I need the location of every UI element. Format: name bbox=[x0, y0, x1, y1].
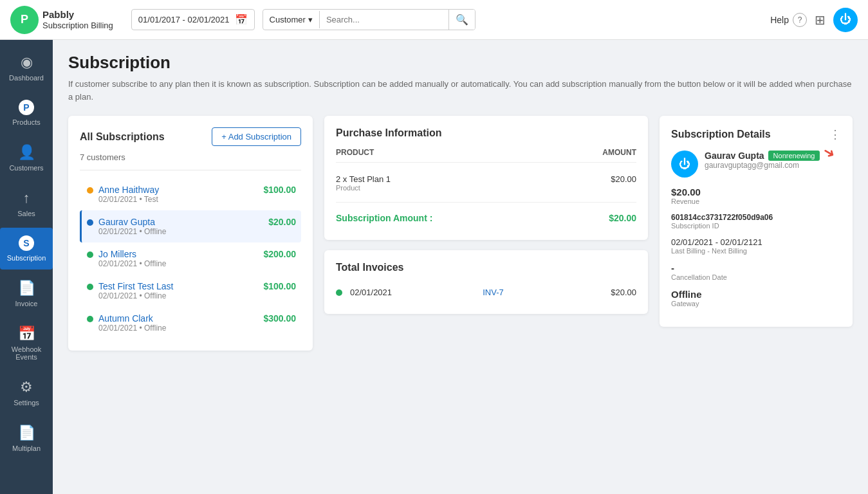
body-wrap: ◉ Dashboard P Products 👤 Customers ↑ Sal… bbox=[0, 40, 868, 494]
sidebar-item-dashboard[interactable]: ◉ Dashboard bbox=[0, 46, 53, 89]
invoice-row: 02/01/2021 INV-7 $20.00 bbox=[336, 282, 636, 302]
sidebar-item-subscription[interactable]: S Subscription bbox=[0, 228, 53, 270]
purchase-row: 2 x Test Plan 1 Product $20.00 bbox=[336, 169, 636, 197]
sidebar-item-products[interactable]: P Products bbox=[0, 92, 53, 134]
purchase-table-header: PRODUCT AMOUNT bbox=[336, 148, 636, 163]
subscription-icon: S bbox=[19, 235, 34, 251]
invoices-title: Total Invoices bbox=[336, 262, 636, 273]
chevron-down-icon: ▾ bbox=[308, 15, 313, 24]
sidebar-item-multiplan[interactable]: 📄 Multiplan bbox=[0, 417, 53, 460]
logo: P Pabbly Subscription Billing bbox=[10, 6, 113, 34]
divider bbox=[336, 202, 636, 203]
details-header: Subscription Details ⋮ bbox=[671, 127, 841, 142]
subscription-id-value: 601814cc3731722f050d9a06 bbox=[671, 213, 841, 222]
invoice-date: 02/01/2021 bbox=[350, 288, 440, 297]
search-button[interactable]: 🔍 bbox=[448, 10, 475, 30]
revenue-value: $20.00 bbox=[671, 187, 841, 197]
sidebar-item-label: Dashboard bbox=[9, 74, 44, 82]
subscriptions-card-header: All Subscriptions + Add Subscription bbox=[80, 127, 301, 146]
sidebar: ◉ Dashboard P Products 👤 Customers ↑ Sal… bbox=[0, 40, 53, 494]
subscriber-amount: $300.00 bbox=[263, 313, 296, 324]
list-item[interactable]: Test First Test Last 02/01/2021 • Offlin… bbox=[80, 275, 301, 307]
billing-dates-value: 02/01/2021 - 02/01/2121 bbox=[671, 237, 841, 247]
sub-item-left: Gaurav Gupta 02/01/2021 • Offline bbox=[87, 217, 166, 236]
help-area: Help ? bbox=[770, 13, 807, 27]
product-amount: $20.00 bbox=[611, 174, 636, 192]
list-item[interactable]: Autumn Clark 02/01/2021 • Offline $300.0… bbox=[80, 307, 301, 339]
total-label: Subscription Amount : bbox=[336, 213, 432, 223]
subscriber-amount: $200.00 bbox=[263, 249, 296, 259]
purchase-table: PRODUCT AMOUNT 2 x Test Plan 1 Product $… bbox=[336, 148, 636, 228]
sidebar-item-label: Multiplan bbox=[12, 444, 41, 452]
logo-icon: P bbox=[10, 6, 39, 34]
sidebar-item-label: Products bbox=[12, 118, 40, 126]
sub-item-left: Autumn Clark 02/01/2021 • Offline bbox=[87, 313, 166, 333]
sub-item-left: Test First Test Last 02/01/2021 • Offlin… bbox=[87, 281, 173, 300]
date-range-picker[interactable]: 01/01/2017 - 02/01/2021 📅 bbox=[131, 9, 255, 30]
gateway-field: Offline Gateway bbox=[671, 289, 841, 307]
dashboard-icon: ◉ bbox=[21, 54, 33, 71]
invoice-amount: $20.00 bbox=[546, 288, 636, 297]
page-description: If customer subscribe to any plan then i… bbox=[68, 78, 853, 103]
cancellation-label: Cancellation Date bbox=[671, 273, 841, 281]
billing-dates-label: Last Billing - Next Billing bbox=[671, 247, 841, 255]
search-type-dropdown[interactable]: Customer ▾ bbox=[263, 11, 320, 28]
page-title: Subscription bbox=[68, 53, 853, 73]
settings-icon: ⚙ bbox=[20, 379, 33, 396]
total-row: Subscription Amount : $20.00 bbox=[336, 208, 636, 228]
sub-item-left: Jo Millers 02/01/2021 • Offline bbox=[87, 249, 166, 268]
subscriber-amount: $100.00 bbox=[263, 281, 296, 291]
sidebar-item-customers[interactable]: 👤 Customers bbox=[0, 136, 53, 179]
revenue-field: $20.00 Revenue bbox=[671, 187, 841, 205]
subscriber-name: Autumn Clark bbox=[98, 313, 166, 324]
status-dot bbox=[87, 284, 93, 290]
calendar-icon: 📅 bbox=[235, 14, 248, 26]
status-dot bbox=[87, 316, 93, 322]
sidebar-item-label: Webhook Events bbox=[3, 345, 50, 361]
customer-email: gauravguptagg@gmail.com bbox=[705, 161, 841, 170]
details-title: Subscription Details bbox=[671, 129, 771, 140]
col-product: PRODUCT bbox=[336, 148, 374, 157]
list-item[interactable]: Anne Haithway 02/01/2021 • Test $100.00 bbox=[80, 178, 301, 210]
sidebar-item-invoice[interactable]: 📄 Invoice bbox=[0, 272, 53, 315]
grid-icon[interactable]: ⊞ bbox=[815, 12, 826, 28]
header: P Pabbly Subscription Billing 01/01/2017… bbox=[0, 0, 868, 40]
search-input[interactable] bbox=[320, 11, 448, 28]
sidebar-item-sales[interactable]: ↑ Sales bbox=[0, 182, 53, 225]
product-name: 2 x Test Plan 1 bbox=[336, 174, 391, 184]
logo-text: Pabbly Subscription Billing bbox=[42, 9, 113, 31]
customer-name-text: Gaurav Gupta bbox=[705, 151, 764, 161]
list-item[interactable]: Gaurav Gupta 02/01/2021 • Offline $20.00 bbox=[80, 210, 301, 242]
sidebar-item-settings[interactable]: ⚙ Settings bbox=[0, 371, 53, 414]
subscriptions-card-title: All Subscriptions bbox=[80, 131, 165, 143]
status-badge: Nonrenewing bbox=[768, 151, 820, 161]
subscription-count: 7 customers bbox=[80, 152, 301, 162]
search-area: Customer ▾ 🔍 bbox=[263, 9, 476, 30]
subscriber-name: Jo Millers bbox=[98, 249, 166, 259]
cards-row: All Subscriptions + Add Subscription 7 c… bbox=[68, 116, 853, 351]
purchase-title: Purchase Information bbox=[336, 127, 636, 139]
power-button[interactable]: ⏻ bbox=[833, 8, 858, 32]
subscription-id-label: Subscription ID bbox=[671, 222, 841, 230]
invoice-number[interactable]: INV-7 bbox=[448, 288, 538, 297]
status-dot bbox=[87, 187, 93, 194]
add-subscription-button[interactable]: + Add Subscription bbox=[212, 127, 301, 146]
help-icon[interactable]: ? bbox=[793, 13, 807, 27]
webhook-icon: 📅 bbox=[18, 325, 35, 342]
customer-row: ⏻ Gaurav Gupta Nonrenewing gauravguptagg… bbox=[671, 151, 841, 178]
more-options-button[interactable]: ⋮ bbox=[829, 127, 841, 142]
sidebar-item-webhook[interactable]: 📅 Webhook Events bbox=[0, 318, 53, 369]
invoice-status-dot bbox=[336, 289, 342, 296]
gateway-value: Offline bbox=[671, 289, 841, 300]
subscriber-meta: 02/01/2021 • Test bbox=[98, 195, 159, 204]
subscriptions-card: All Subscriptions + Add Subscription 7 c… bbox=[68, 116, 313, 351]
customer-avatar: ⏻ bbox=[671, 151, 698, 178]
invoices-card: Total Invoices 02/01/2021 INV-7 $20.00 bbox=[324, 250, 648, 314]
cancellation-value: - bbox=[671, 262, 841, 273]
purchase-card: Purchase Information PRODUCT AMOUNT 2 x … bbox=[324, 116, 648, 240]
middle-cards: Purchase Information PRODUCT AMOUNT 2 x … bbox=[324, 116, 648, 314]
subscriber-meta: 02/01/2021 • Offline bbox=[98, 291, 173, 300]
list-item[interactable]: Jo Millers 02/01/2021 • Offline $200.00 bbox=[80, 242, 301, 275]
sidebar-item-label: Settings bbox=[14, 399, 39, 407]
total-amount: $20.00 bbox=[609, 213, 636, 223]
